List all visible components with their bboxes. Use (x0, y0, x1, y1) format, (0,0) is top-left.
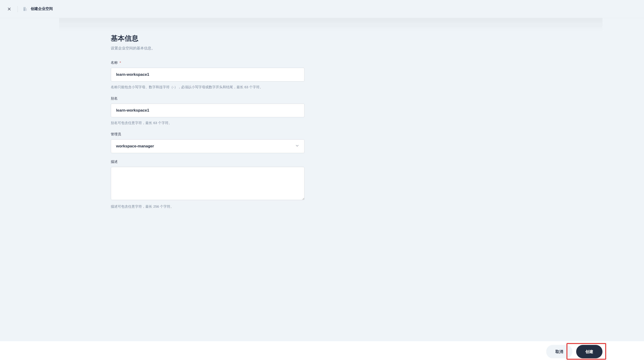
header-divider (18, 6, 18, 12)
alias-label: 别名 (111, 96, 304, 101)
description-label: 描述 (111, 160, 304, 164)
manager-value: workspace-manager (116, 144, 154, 148)
description-textarea[interactable] (111, 167, 304, 200)
alias-hint: 别名可包含任意字符，最长 63 个字符。 (111, 120, 304, 126)
name-hint: 名称只能包含小写字母、数字和连字符（-），必须以小写字母或数字开头和结尾，最长 … (111, 84, 304, 90)
alias-input[interactable] (111, 103, 304, 117)
svg-rect-1 (25, 8, 27, 11)
section-title: 基本信息 (111, 34, 304, 43)
modal-footer: 取消 创建 (0, 341, 644, 362)
svg-rect-2 (24, 8, 24, 8)
name-label-text: 名称 (111, 61, 118, 64)
content-wrapper: 基本信息 设置企业空间的基本信息。 名称 * 名称只能包含小写字母、数字和连字符… (0, 18, 644, 341)
create-button[interactable]: 创建 (576, 345, 602, 358)
workspace-icon (22, 6, 28, 12)
manager-field-group: 管理员 workspace-manager (111, 132, 304, 153)
required-indicator: * (120, 61, 121, 64)
cancel-button[interactable]: 取消 (546, 345, 572, 358)
form-container: 基本信息 设置企业空间的基本信息。 名称 * 名称只能包含小写字母、数字和连字符… (111, 34, 304, 341)
chevron-down-icon (295, 144, 299, 149)
close-button[interactable] (6, 5, 13, 13)
svg-rect-3 (25, 8, 25, 8)
name-input[interactable] (111, 68, 304, 82)
section-subtitle: 设置企业空间的基本信息。 (111, 46, 304, 51)
description-hint: 描述可包含任意字符，最长 256 个字符。 (111, 204, 304, 209)
name-label: 名称 * (111, 61, 304, 65)
close-icon (7, 7, 12, 11)
description-field-group: 描述 描述可包含任意字符，最长 256 个字符。 (111, 160, 304, 209)
modal-header: 创建企业空间 (0, 0, 644, 18)
manager-select[interactable]: workspace-manager (111, 139, 304, 153)
alias-field-group: 别名 别名可包含任意字符，最长 63 个字符。 (111, 96, 304, 126)
name-field-group: 名称 * 名称只能包含小写字母、数字和连字符（-），必须以小写字母或数字开头和结… (111, 61, 304, 90)
modal-title: 创建企业空间 (31, 7, 53, 11)
manager-label: 管理员 (111, 132, 304, 136)
